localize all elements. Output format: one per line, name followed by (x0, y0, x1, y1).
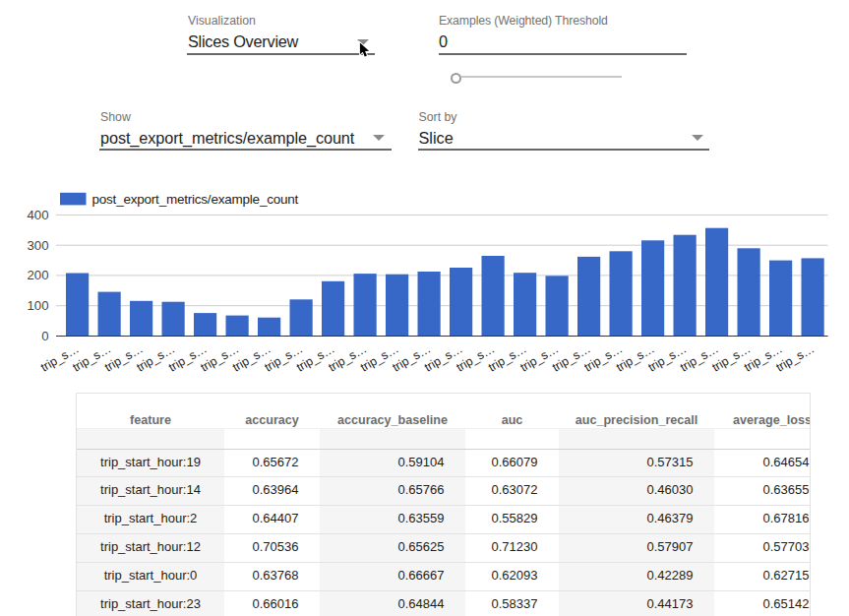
svg-text:300: 300 (27, 238, 48, 253)
svg-text:0: 0 (41, 329, 48, 343)
svg-text:400: 400 (27, 208, 48, 222)
svg-text:200: 200 (27, 268, 48, 282)
svg-text:post_export_metrics/example_co: post_export_metrics/example_count (92, 192, 299, 207)
svg-text:100: 100 (27, 298, 48, 313)
